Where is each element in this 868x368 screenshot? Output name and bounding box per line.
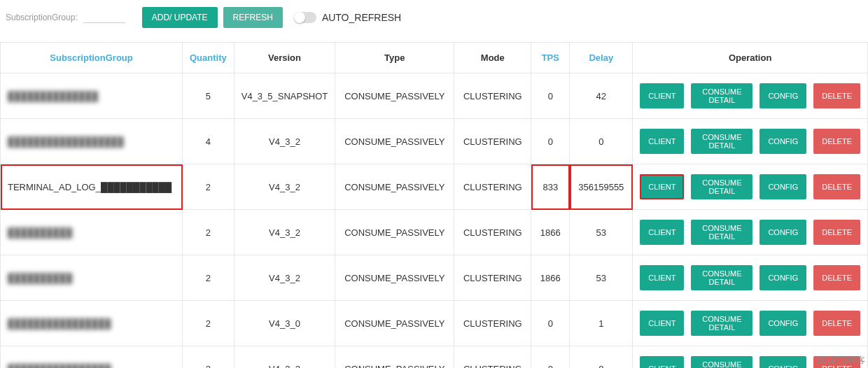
cell-qty: 2 (183, 164, 234, 210)
delete-button[interactable]: DELETE (813, 174, 860, 199)
cell-type: CONSUME_PASSIVELY (335, 301, 454, 346)
table-row: ██████████2V4_3_2CONSUME_PASSIVELYCLUSTE… (1, 255, 868, 301)
delete-button[interactable]: DELETE (813, 129, 860, 154)
cell-mode: CLUSTERING (454, 164, 531, 210)
client-button[interactable]: CLIENT (640, 83, 684, 108)
cell-tps: 0 (531, 73, 570, 119)
cell-subscription-group: TERMINAL_AD_LOG_███████████ (1, 164, 183, 210)
config-button[interactable]: CONFIG (760, 311, 806, 336)
cell-qty: 4 (183, 119, 234, 164)
client-button[interactable]: CLIENT (640, 174, 684, 199)
client-button[interactable]: CLIENT (640, 356, 684, 368)
consume-detail-button[interactable]: CONSUME DETAIL (691, 265, 752, 290)
subscription-group-name: ██████████ (8, 273, 72, 283)
delete-button[interactable]: DELETE (813, 220, 860, 245)
cell-operation: CLIENTCONSUME DETAILCONFIGDELETE (633, 301, 868, 346)
table-header-row: SubscriptionGroup Quantity Version Type … (1, 43, 868, 73)
header-version: Version (234, 43, 335, 73)
cell-tps: 0 (531, 119, 570, 164)
table-row: ██████████████████4V4_3_2CONSUME_PASSIVE… (1, 119, 868, 164)
cell-type: CONSUME_PASSIVELY (335, 119, 454, 164)
header-quantity[interactable]: Quantity (183, 43, 234, 73)
subscription-group-name: ████████████████ (8, 364, 111, 369)
client-button[interactable]: CLIENT (640, 265, 684, 290)
subscription-group-input[interactable] (83, 13, 125, 23)
header-type: Type (335, 43, 454, 73)
cell-mode: CLUSTERING (454, 119, 531, 164)
consume-detail-button[interactable]: CONSUME DETAIL (691, 311, 752, 336)
consume-detail-button[interactable]: CONSUME DETAIL (691, 129, 752, 154)
cell-delay: 53 (570, 210, 633, 255)
header-operation: Operation (633, 43, 868, 73)
cell-operation: CLIENTCONSUME DETAILCONFIGDELETE (633, 210, 868, 255)
subscription-group-name: ██████████████ (8, 91, 98, 101)
cell-delay: 356159555 (570, 164, 633, 210)
consume-detail-button[interactable]: CONSUME DETAIL (691, 356, 752, 368)
config-button[interactable]: CONFIG (760, 83, 806, 108)
cell-type: CONSUME_PASSIVELY (335, 73, 454, 119)
header-tps[interactable]: TPS (531, 43, 570, 73)
operation-buttons: CLIENTCONSUME DETAILCONFIGDELETE (640, 174, 860, 199)
config-button[interactable]: CONFIG (760, 220, 806, 245)
cell-delay: 1 (570, 301, 633, 346)
delete-button[interactable]: DELETE (813, 265, 860, 290)
consume-detail-button[interactable]: CONSUME DETAIL (691, 220, 752, 245)
cell-mode: CLUSTERING (454, 301, 531, 346)
client-button[interactable]: CLIENT (640, 311, 684, 336)
table-row: ██████████2V4_3_2CONSUME_PASSIVELYCLUSTE… (1, 210, 868, 255)
consume-detail-button[interactable]: CONSUME DETAIL (691, 83, 752, 108)
auto-refresh-toggle[interactable] (294, 12, 316, 23)
cell-qty: 5 (183, 73, 234, 119)
cell-mode: CLUSTERING (454, 346, 531, 369)
config-button[interactable]: CONFIG (760, 129, 806, 154)
cell-version: V4_3_2 (234, 255, 335, 301)
cell-delay: 0 (570, 346, 633, 369)
config-button[interactable]: CONFIG (760, 356, 806, 368)
cell-mode: CLUSTERING (454, 73, 531, 119)
client-button[interactable]: CLIENT (640, 129, 684, 154)
cell-delay: 0 (570, 119, 633, 164)
table-row: TERMINAL_AD_LOG_███████████2V4_3_2CONSUM… (1, 164, 868, 210)
cell-tps: 1866 (531, 210, 570, 255)
header-delay[interactable]: Delay (570, 43, 633, 73)
cell-type: CONSUME_PASSIVELY (335, 164, 454, 210)
watermark: ©51CTO博客 (816, 355, 865, 367)
subscription-group-name: TERMINAL_AD_LOG_███████████ (8, 182, 172, 192)
delete-button[interactable]: DELETE (813, 83, 860, 108)
client-button[interactable]: CLIENT (640, 220, 684, 245)
cell-operation: CLIENTCONSUME DETAILCONFIGDELETE (633, 255, 868, 301)
consume-detail-button[interactable]: CONSUME DETAIL (691, 174, 752, 199)
subscription-group-name: ██████████ (8, 227, 72, 238)
cell-operation: CLIENTCONSUME DETAILCONFIGDELETE (633, 73, 868, 119)
config-button[interactable]: CONFIG (760, 174, 806, 199)
cell-tps: 0 (531, 301, 570, 346)
cell-mode: CLUSTERING (454, 255, 531, 301)
cell-subscription-group: ██████████ (1, 255, 183, 301)
config-button[interactable]: CONFIG (760, 265, 806, 290)
cell-version: V4_3_2 (234, 210, 335, 255)
refresh-button[interactable]: REFRESH (223, 7, 283, 28)
header-mode: Mode (454, 43, 531, 73)
cell-qty: 2 (183, 210, 234, 255)
toolbar: SubscriptionGroup: ADD/ UPDATE REFRESH A… (0, 7, 868, 42)
table-row: ██████████████5V4_3_5_SNAPSHOTCONSUME_PA… (1, 73, 868, 119)
cell-operation: CLIENTCONSUME DETAILCONFIGDELETE (633, 119, 868, 164)
cell-qty: 2 (183, 301, 234, 346)
cell-subscription-group: ██████████████ (1, 73, 183, 119)
delete-button[interactable]: DELETE (813, 311, 860, 336)
cell-operation: CLIENTCONSUME DETAILCONFIGDELETE (633, 164, 868, 210)
header-subscription-group[interactable]: SubscriptionGroup (1, 43, 183, 73)
add-update-button[interactable]: ADD/ UPDATE (142, 7, 218, 28)
operation-buttons: CLIENTCONSUME DETAILCONFIGDELETE (640, 311, 860, 336)
subscription-group-name: ████████████████ (8, 318, 111, 329)
cell-tps: 1866 (531, 255, 570, 301)
auto-refresh-toggle-wrap: AUTO_REFRESH (294, 12, 401, 23)
cell-version: V4_3_2 (234, 346, 335, 369)
consumer-table: SubscriptionGroup Quantity Version Type … (0, 42, 868, 368)
table-row: ████████████████2V4_3_0CONSUME_PASSIVELY… (1, 301, 868, 346)
cell-qty: 2 (183, 346, 234, 369)
subscription-group-label: SubscriptionGroup: (6, 13, 78, 22)
cell-type: CONSUME_PASSIVELY (335, 255, 454, 301)
cell-subscription-group: ██████████ (1, 210, 183, 255)
cell-version: V4_3_5_SNAPSHOT (234, 73, 335, 119)
